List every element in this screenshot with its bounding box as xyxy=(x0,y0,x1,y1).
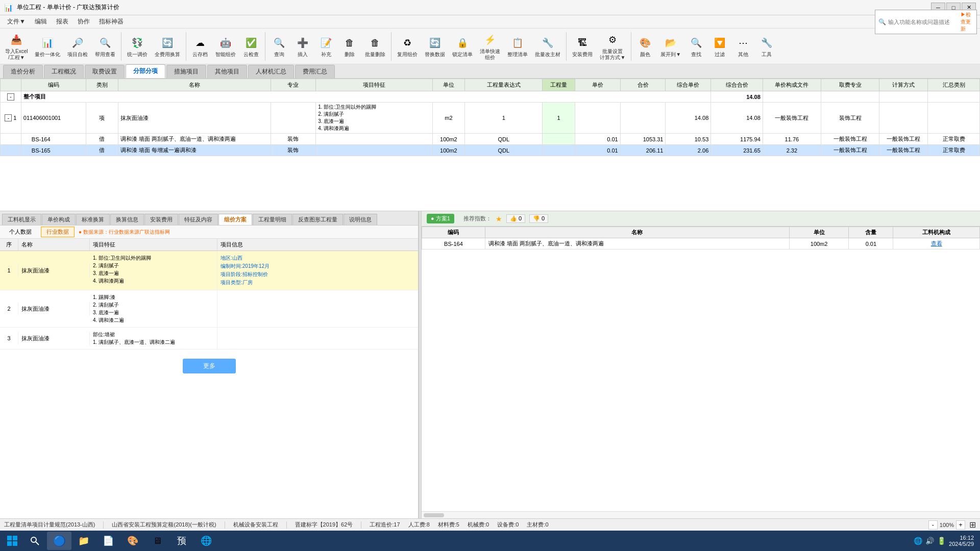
view-link[interactable]: 查看 xyxy=(931,240,942,246)
tab-section-items[interactable]: 分部分项 xyxy=(126,64,165,78)
table-row[interactable]: BS-165 借 调和漆 墙面 每增减一遍调和漆 装饰 100m2 QDL 0.… xyxy=(1,145,980,156)
ds-personal[interactable]: 个人数据 xyxy=(4,227,37,237)
tab-other-items[interactable]: 其他项目 xyxy=(207,65,247,78)
tool-batch-material[interactable]: 🔧 批量改主材 xyxy=(532,34,564,59)
tab-labor-material[interactable]: 人材机汇总 xyxy=(248,65,294,78)
view-mode-icon[interactable]: ⊞ xyxy=(969,520,976,530)
tool-supplement[interactable]: 📝 补充 xyxy=(315,34,337,59)
dislike-button[interactable]: 👎 0 xyxy=(529,214,548,223)
tool-replace-data[interactable]: 🔄 替换数据 xyxy=(422,34,448,59)
app1-icon: 预 xyxy=(177,535,186,547)
btab-install-fee[interactable]: 安装费用 xyxy=(144,214,178,225)
btab-reverse-find[interactable]: 反查图形工程量 xyxy=(292,214,343,225)
tray-volume-icon[interactable]: 🔊 xyxy=(925,537,934,545)
tool-project-info[interactable]: 🔎 项目自检 xyxy=(64,34,91,59)
btab-unit-comp[interactable]: 单价构成 xyxy=(42,214,76,225)
menu-report[interactable]: 报表 xyxy=(52,16,72,27)
tool-smart-quota[interactable]: 🤖 智能组价 xyxy=(212,34,239,59)
menu-edit[interactable]: 编辑 xyxy=(31,16,51,27)
btab-std-convert[interactable]: 标准换算 xyxy=(76,214,110,225)
project-info-icon: 🔎 xyxy=(69,35,86,51)
taskbar-browser[interactable]: 🔵 xyxy=(47,532,71,550)
start-button[interactable] xyxy=(2,532,22,550)
tool-cloud-archive[interactable]: ☁ 云存档 xyxy=(189,34,211,59)
zoom-out-btn[interactable]: - xyxy=(928,520,938,530)
ds-industry[interactable]: 行业数据 xyxy=(41,227,75,237)
taskbar-pdf[interactable]: 📄 xyxy=(96,532,120,550)
tool-all-price[interactable]: 💱 统一调价 xyxy=(124,34,151,59)
like-button[interactable]: 👍 0 xyxy=(506,214,525,223)
tool-fix-clean[interactable]: 🔒 锁定清单 xyxy=(449,34,476,59)
tool-qty-unified[interactable]: 📊 量价一体化 xyxy=(32,34,63,59)
tab-fee-summary[interactable]: 费用汇总 xyxy=(295,65,335,78)
zoom-in-btn[interactable]: + xyxy=(956,520,965,530)
sep-1 xyxy=(103,521,104,529)
svg-rect-1 xyxy=(13,536,17,540)
collapse-all-btn[interactable]: - xyxy=(7,93,14,101)
tool-query[interactable]: 🔍 查询 xyxy=(268,34,290,59)
tool-insert[interactable]: ➕ 插入 xyxy=(291,34,314,59)
btab-group-scheme[interactable]: 组价方案 xyxy=(218,214,252,225)
tab-project-overview[interactable]: 工程概况 xyxy=(44,65,84,78)
tool-full-discount[interactable]: 🔄 全费用换算 xyxy=(152,34,183,59)
tab-measures[interactable]: 措施项目 xyxy=(166,65,206,78)
help-check-icon: 🔍 xyxy=(97,35,113,51)
tool-other[interactable]: ⋯ 其他 xyxy=(732,34,754,59)
ind-row3-name: 抹灰面油漆 xyxy=(18,332,90,345)
tray-time[interactable]: 16:12 2024/5/29 xyxy=(949,535,974,547)
scrollbar-thumb[interactable] xyxy=(424,513,444,517)
table-row[interactable]: BS-164 借 调和漆 墙面 两刮腻子、底油一道、调和漆两遍 装饰 100m2… xyxy=(1,134,980,145)
scheme-scrollbar[interactable] xyxy=(422,511,980,518)
tool-filter[interactable]: 🔽 过滤 xyxy=(708,34,731,59)
tool-single-adjust[interactable]: ⚡ 清单快速组价 xyxy=(477,31,503,62)
btab-labor-machine[interactable]: 工料机显示 xyxy=(2,214,41,225)
tab-fee-settings[interactable]: 取费设置 xyxy=(85,65,125,78)
tool-find[interactable]: 🔍 查找 xyxy=(685,34,707,59)
menu-file[interactable]: 文件▼ xyxy=(3,16,30,27)
btab-description[interactable]: 说明信息 xyxy=(344,214,377,225)
tool-clean-adjust[interactable]: 📋 整理清单 xyxy=(504,34,531,59)
tool-import-excel[interactable]: 📥 导入Excel/工程▼ xyxy=(2,31,31,62)
scheme-table: 编码 名称 单位 含量 工料机构成 BS-164 调和漆 墙面 两刮腻子、底油一… xyxy=(422,227,980,249)
load-more-button[interactable]: 更多 xyxy=(183,359,236,373)
tab-cost-analysis[interactable]: 造价分析 xyxy=(3,65,43,78)
replace-data-icon: 🔄 xyxy=(427,35,443,51)
table-row[interactable]: - 1 011406001001 项 抹灰面油漆 1. 部位:卫生间以外的踢脚2… xyxy=(1,103,980,134)
search-box[interactable]: 🔍 ▶检查更新 xyxy=(875,10,977,34)
taskbar-monitor[interactable]: 🖥 xyxy=(145,532,169,550)
th-name: 名称 xyxy=(118,79,271,91)
status-material: 材料费:5 xyxy=(438,521,459,529)
row2-name: 调和漆 墙面 两刮腻子、底油一道、调和漆两遍 xyxy=(118,134,271,145)
tool-help-check[interactable]: 🔍 帮用查看 xyxy=(92,34,118,59)
taskbar-app1[interactable]: 预 xyxy=(169,532,194,550)
taskbar-search[interactable] xyxy=(22,532,47,550)
industry-row-3[interactable]: 3 抹灰面油漆 部位:墙裙1. 满刮腻子、底漆一道、调和漆二遍 xyxy=(0,328,418,349)
taskbar-explorer[interactable]: 📁 xyxy=(71,532,96,550)
tool-delete[interactable]: 🗑 删除 xyxy=(338,34,361,59)
ind-row2-info xyxy=(217,290,418,327)
tool-reuse-group[interactable]: ♻ 复用组价 xyxy=(394,34,421,59)
tool-qty-setting[interactable]: ⚙ 批量设置计算方式▼ xyxy=(597,31,628,62)
tool-show-open[interactable]: 📂 展开到▼ xyxy=(657,34,684,59)
industry-row-1[interactable]: 1 抹灰面油漆 1. 部位:卫生间以外的踢脚2. 满刮腻子3. 底漆一遍4. 调… xyxy=(0,251,418,290)
tool-tools[interactable]: 🔧 工具 xyxy=(755,34,778,59)
pdf-icon: 📄 xyxy=(103,535,114,546)
taskbar-browser2[interactable]: 🌐 xyxy=(194,532,218,550)
sch-link[interactable]: 查看 xyxy=(893,238,980,249)
btab-qty-detail[interactable]: 工程量明细 xyxy=(253,214,292,225)
scheme-empty-area xyxy=(422,249,980,511)
btab-convert-info[interactable]: 换算信息 xyxy=(110,214,144,225)
taskbar-paint[interactable]: 🎨 xyxy=(120,532,145,550)
browser2-icon: 🌐 xyxy=(201,535,212,546)
tray-network-icon[interactable]: 🌐 xyxy=(914,537,922,545)
tool-install-fee[interactable]: 🏗 安装费用 xyxy=(569,34,596,59)
industry-row-2[interactable]: 2 抹灰面油漆 1. 踢脚:漆2. 满刮腻子3. 底漆一遍4. 调和漆二遍 xyxy=(0,290,418,328)
tool-batch-delete[interactable]: 🗑 批量删除 xyxy=(362,34,388,59)
row1-expand-btn[interactable]: - xyxy=(5,114,12,121)
search-input[interactable] xyxy=(888,19,959,25)
tool-cloud-check[interactable]: ✅ 云检查 xyxy=(240,34,262,59)
tool-color[interactable]: 🎨 颜色 xyxy=(634,34,656,59)
btab-feature[interactable]: 特征及内容 xyxy=(179,214,218,225)
menu-index[interactable]: 指标神器 xyxy=(95,16,128,27)
menu-collaborate[interactable]: 协作 xyxy=(74,16,94,27)
